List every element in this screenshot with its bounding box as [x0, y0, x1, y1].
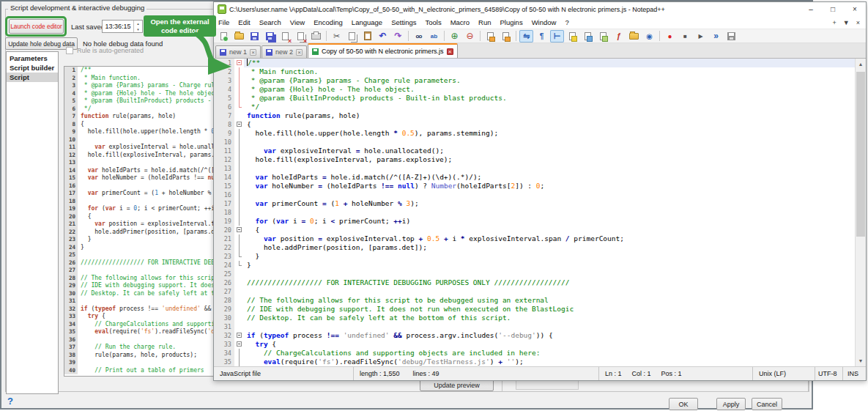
tab-close-icon[interactable]: ×: [447, 48, 453, 55]
menu-plugins[interactable]: Plugins: [495, 18, 527, 26]
sidebar-item-script-builder[interactable]: Script builder: [7, 63, 58, 73]
macro-playback-icon[interactable]: [694, 30, 708, 42]
sidebar-item-parameters[interactable]: Parameters: [7, 53, 58, 63]
fold-margin[interactable]: [234, 182, 244, 190]
macro-stop-icon[interactable]: [678, 30, 692, 42]
new-tab-icon[interactable]: +: [833, 19, 837, 26]
fold-margin[interactable]: [234, 138, 244, 147]
menu-run[interactable]: Run: [474, 18, 495, 26]
cut-icon[interactable]: [330, 30, 344, 42]
sync-vertical-scroll-icon[interactable]: [483, 30, 497, 42]
fold-margin[interactable]: [234, 349, 244, 358]
minimize-button[interactable]: –: [800, 3, 822, 16]
notepadpp-editor[interactable]: 1/**2 * Main function.3 * @param {Params…: [214, 59, 866, 366]
fold-margin[interactable]: [234, 331, 244, 340]
copy-icon[interactable]: [345, 30, 359, 42]
fold-collapse-icon[interactable]: [237, 227, 242, 232]
menu-window[interactable]: Window: [527, 18, 561, 26]
fold-margin[interactable]: [234, 270, 244, 278]
fold-margin[interactable]: [234, 314, 244, 322]
function-list-icon[interactable]: [612, 30, 626, 42]
menu-tools[interactable]: Tools: [420, 18, 445, 26]
fold-margin[interactable]: [234, 208, 244, 217]
macro-record-icon[interactable]: [663, 30, 677, 42]
scrollbar-thumb[interactable]: [856, 72, 865, 237]
save-icon[interactable]: [248, 30, 261, 42]
fold-margin[interactable]: [234, 120, 244, 129]
fold-margin[interactable]: [234, 358, 244, 366]
undo-icon[interactable]: [376, 30, 390, 42]
status-encoding[interactable]: UTF-8: [815, 367, 842, 380]
apply-button[interactable]: Apply: [716, 398, 746, 410]
tab-3[interactable]: Copy of 50-50 with N electronic primers.…: [308, 43, 458, 58]
fold-margin[interactable]: [234, 243, 244, 252]
rule-auto-generated-checkbox[interactable]: [66, 47, 73, 54]
close-tab-icon[interactable]: ×: [856, 19, 860, 26]
show-all-characters-icon[interactable]: [535, 30, 549, 42]
help-icon[interactable]: ?: [7, 396, 13, 407]
fold-collapse-icon[interactable]: [237, 333, 242, 338]
file-monitoring-icon[interactable]: [642, 30, 656, 42]
maximize-button[interactable]: □: [822, 3, 844, 16]
paste-icon[interactable]: [360, 30, 374, 42]
fold-margin[interactable]: [234, 129, 244, 138]
menu-macro[interactable]: Macro: [446, 18, 474, 26]
menu-settings[interactable]: Settings: [387, 18, 420, 26]
fold-margin[interactable]: [234, 278, 244, 287]
fold-margin[interactable]: [234, 322, 244, 331]
fold-margin[interactable]: [234, 305, 244, 314]
fold-margin[interactable]: [234, 76, 244, 85]
open-file-icon[interactable]: [232, 30, 246, 42]
menu-encoding[interactable]: Encoding: [309, 18, 347, 26]
fold-margin[interactable]: [234, 217, 244, 226]
save-all-icon[interactable]: [263, 30, 277, 42]
menu-file[interactable]: File: [214, 18, 234, 26]
folder-as-workspace-icon[interactable]: [627, 30, 641, 42]
close-all-icon[interactable]: [294, 30, 308, 42]
zoom-in-icon[interactable]: [448, 30, 461, 42]
document-list-icon[interactable]: [596, 30, 610, 42]
fold-margin[interactable]: [234, 94, 244, 103]
new-file-icon[interactable]: [217, 30, 231, 42]
fold-margin[interactable]: [234, 252, 244, 261]
fold-margin[interactable]: [234, 234, 244, 243]
sync-horizontal-scroll-icon[interactable]: [499, 30, 513, 42]
fold-margin[interactable]: [234, 147, 244, 155]
status-insert-mode[interactable]: INS: [842, 367, 866, 380]
notepadpp-titlebar[interactable]: C:\Users\user.name \AppData\Local\Temp\C…: [214, 2, 866, 16]
fold-margin[interactable]: [234, 226, 244, 234]
fold-margin[interactable]: [234, 287, 244, 296]
fold-collapse-icon[interactable]: [237, 122, 242, 127]
find-icon[interactable]: [412, 30, 426, 42]
cancel-button[interactable]: Cancel: [752, 398, 782, 410]
menu-help[interactable]: ?: [560, 18, 573, 26]
define-language-icon[interactable]: [565, 30, 579, 42]
document-map-icon[interactable]: [581, 30, 595, 42]
tab-list-dropdown-icon[interactable]: ▼: [843, 19, 850, 26]
sidebar-item-script[interactable]: Script: [7, 73, 58, 82]
indent-guide-icon[interactable]: [550, 30, 564, 42]
fold-margin[interactable]: [234, 340, 244, 349]
fold-margin[interactable]: [234, 173, 244, 182]
fold-collapse-icon[interactable]: [237, 60, 242, 65]
vertical-scrollbar[interactable]: ▲ ▼: [855, 59, 866, 366]
fold-margin[interactable]: [234, 85, 244, 94]
fold-margin[interactable]: [234, 164, 244, 173]
fold-margin[interactable]: [234, 296, 244, 305]
tab-2[interactable]: new 2×: [261, 45, 307, 58]
menu-language[interactable]: Language: [347, 18, 387, 26]
spin-down-icon[interactable]: ▾: [134, 26, 142, 32]
close-button[interactable]: ×: [844, 3, 866, 16]
fold-margin[interactable]: [234, 190, 244, 199]
fold-margin[interactable]: [234, 67, 244, 76]
menu-edit[interactable]: Edit: [234, 18, 254, 26]
redo-icon[interactable]: [391, 30, 405, 42]
fold-margin[interactable]: [234, 59, 244, 67]
menu-view[interactable]: View: [286, 18, 309, 26]
menu-search[interactable]: Search: [255, 18, 286, 26]
zoom-out-icon[interactable]: [463, 30, 477, 42]
print-icon[interactable]: [309, 30, 323, 42]
fold-margin[interactable]: [234, 155, 244, 164]
scroll-up-icon[interactable]: ▲: [856, 59, 866, 70]
close-file-icon[interactable]: [278, 30, 292, 42]
